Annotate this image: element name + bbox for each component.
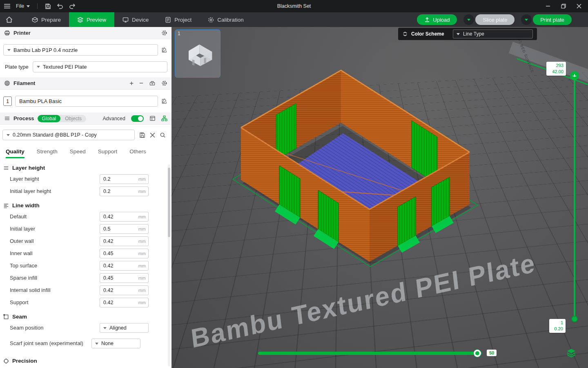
support-line-width-input[interactable] [103,300,137,305]
print-plate-button[interactable]: Print plate [533,14,572,25]
filament-edit-icon[interactable] [161,98,167,104]
step-slider-value: 50 [487,350,497,356]
process-preset-value: 0.20mm Standard @BBL P1P - Copy [13,132,97,138]
slice-plate-button[interactable]: Slice plate [475,14,514,25]
printer-icon [4,30,10,36]
top-surface-line-width-input[interactable] [103,263,137,269]
internal-solid-infill-line-width-input[interactable] [103,287,137,293]
param-label: Seam position [10,325,100,331]
search-icon[interactable] [160,132,166,138]
group-title: Precision [12,358,37,364]
add-filament-button[interactable]: + [129,79,134,88]
scope-global-button[interactable]: Global [38,115,61,122]
layer-height-input[interactable] [103,176,137,182]
preview-icon [77,17,83,23]
color-scheme-select[interactable]: Line Type [453,29,533,38]
plate-thumbnail[interactable]: 1 [175,29,220,78]
save-preset-icon[interactable] [139,132,145,138]
filament-settings-gear-icon[interactable] [161,80,167,86]
tab-device[interactable]: Device [114,12,157,27]
process-preset-select[interactable]: 0.20mm Standard @BBL P1P - Copy [2,130,135,140]
default-line-width-input[interactable] [103,214,137,220]
tab-preview-label: Preview [87,17,106,23]
step-slider-handle[interactable] [474,350,481,357]
tab-support[interactable]: Support [98,148,117,158]
save-icon[interactable] [45,3,51,9]
printer-settings-gear-icon[interactable] [161,30,167,36]
model-blacksmith-set[interactable] [172,27,588,368]
tab-calibration[interactable]: Calibration [200,12,252,27]
plate-type-row: Plate type Textured PEI Plate [0,59,172,77]
printer-preset-row: Bambu Lab P1P 0.4 nozzle [0,39,172,59]
scarf-joint-seam-select[interactable]: None [91,339,140,348]
slice-plate-dropdown[interactable] [463,14,474,25]
filament-section-title: Filament [13,80,35,86]
printer-section-header: Printer [0,27,172,39]
unit-label: mm [138,276,146,280]
color-scheme-value: Line Type [463,31,484,37]
layer-height-icon [3,165,9,171]
param-row-seam-position: Seam position Aligned [0,322,172,334]
collapse-icon[interactable] [402,31,408,37]
hamburger-menu-icon[interactable] [4,4,10,9]
3d-viewport[interactable]: HOT BED SURFACE Bambu Textured PEI Plate [172,27,588,368]
close-button[interactable] [577,4,581,9]
chevron-down-icon [95,343,98,345]
undo-icon[interactable] [57,3,63,9]
scope-objects-button[interactable]: Objects [60,115,86,122]
param-label: Inner wall [10,250,100,257]
filament-section-header: Filament + − [0,77,172,90]
initial-layer-line-width-input[interactable] [103,226,137,232]
tab-strength[interactable]: Strength [37,148,58,158]
plate-type-select[interactable]: Textured PEI Plate [33,61,167,72]
tab-preview[interactable]: Preview [69,12,114,27]
chevron-down-icon [37,66,40,68]
redo-icon[interactable] [69,3,76,9]
initial-layer-height-input[interactable] [103,188,137,194]
param-label: Top surface [10,263,100,269]
param-row-initial-layer-height: Initial layer height mm [0,185,172,197]
print-plate-dropdown[interactable] [521,14,532,25]
param-label: Initial layer [10,226,100,232]
filament-select[interactable]: Bambu PLA Basic [15,96,158,107]
param-row-initial-layer: Initial layer mm [0,223,172,235]
tab-prepare[interactable]: Prepare [24,12,69,27]
home-tab[interactable] [0,12,18,27]
step-slider-track[interactable] [258,352,482,355]
tab-project[interactable]: Project [157,12,200,27]
minimize-button[interactable] [546,4,550,9]
file-menu[interactable]: File [16,3,30,9]
tab-prepare-label: Prepare [41,17,61,23]
layer-slider-track[interactable] [574,77,575,319]
tab-others[interactable]: Others [129,148,146,158]
tab-quality[interactable]: Quality [6,148,24,158]
group-line-width: Line width Default mm Initial layer mm O… [0,200,172,309]
parameter-table-icon[interactable] [149,115,156,121]
objects-structure-icon[interactable] [161,115,167,121]
scrollbar-thumb[interactable] [168,168,170,237]
tab-speed[interactable]: Speed [70,148,86,158]
chevron-down-icon [457,33,460,35]
delete-preset-icon[interactable] [150,132,155,138]
printer-preset-value: Bambu Lab P1P 0.4 nozzle [13,47,78,53]
process-preset-row: 0.20mm Standard @BBL P1P - Copy [0,125,172,144]
inner-wall-line-width-input[interactable] [103,251,137,256]
filament-sync-icon[interactable] [149,80,156,86]
layer-slider-bottom-handle[interactable] [571,316,578,322]
upload-button[interactable]: Upload [417,14,457,25]
sparse-infill-line-width-input[interactable] [103,275,137,281]
seam-position-select[interactable]: Aligned [100,323,149,333]
advanced-toggle[interactable] [131,115,144,122]
printer-preset-select[interactable]: Bambu Lab P1P 0.4 nozzle [3,44,158,56]
layers-view-button[interactable] [565,347,577,359]
outer-wall-line-width-input[interactable] [103,238,137,244]
color-scheme-bar: Color Scheme Line Type [398,28,537,40]
settings-sidebar: Printer Bambu Lab P1P 0.4 nozzle Plate t… [0,27,172,368]
remove-filament-button[interactable]: − [139,79,143,88]
max-layer-height: 42.00 [549,69,564,75]
printer-edit-icon[interactable] [161,47,167,53]
restore-button[interactable] [561,4,566,9]
layer-slider-max-box: 293 42.00 [546,62,566,76]
sidebar-scrollbar[interactable] [168,164,170,366]
filament-slot-number[interactable]: 1 [3,96,12,106]
